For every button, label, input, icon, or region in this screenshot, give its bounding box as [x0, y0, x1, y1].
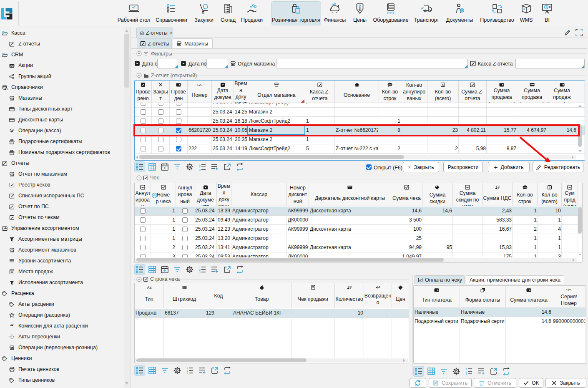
svg-text:Aa: Aa	[147, 285, 151, 290]
svg-text:5: 5	[549, 186, 550, 189]
svg-text:3: 3	[199, 271, 201, 274]
svg-text:123: 123	[197, 83, 202, 87]
svg-text:123: 123	[566, 288, 571, 292]
svg-text:3: 3	[187, 372, 188, 375]
svg-text:3: 3	[199, 169, 201, 171]
svg-text:UNE: UNE	[523, 186, 527, 189]
svg-text:Ad: Ad	[10, 64, 13, 67]
svg-text:UNE: UNE	[388, 84, 392, 86]
svg-text:“: “	[10, 323, 14, 329]
svg-text:5: 5	[442, 83, 444, 86]
svg-text:3: 3	[466, 373, 467, 375]
